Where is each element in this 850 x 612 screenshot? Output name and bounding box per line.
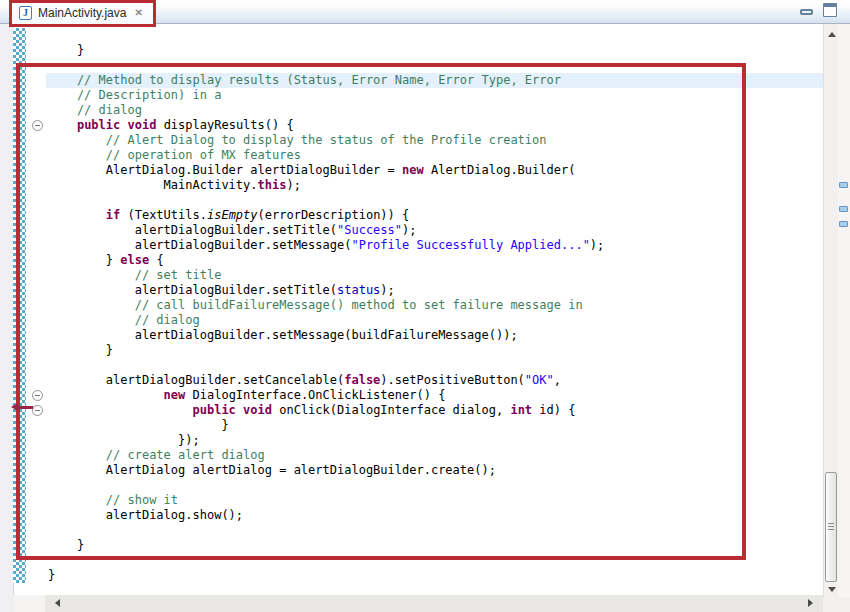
scrollbar-corner xyxy=(823,597,850,612)
code-line: } xyxy=(46,568,823,583)
horizontal-scrollbar[interactable] xyxy=(45,595,823,612)
code-line xyxy=(46,28,823,43)
vertical-scrollbar-thumb[interactable] xyxy=(825,472,837,582)
occurrence-marker[interactable] xyxy=(839,221,848,227)
maximize-view-icon[interactable] xyxy=(823,3,837,17)
scroll-up-icon[interactable] xyxy=(828,32,836,37)
scroll-left-icon[interactable] xyxy=(55,599,60,607)
annotation-tick-marker xyxy=(11,403,33,412)
occurrence-marker[interactable] xyxy=(839,206,848,212)
minimize-view-icon[interactable] xyxy=(800,9,813,15)
scrollbar-grip-icon xyxy=(828,523,834,530)
overview-ruler[interactable] xyxy=(838,24,850,597)
scroll-right-icon[interactable] xyxy=(808,599,813,607)
annotation-rect-tab xyxy=(9,0,156,27)
eclipse-editor-window: J MainActivity.java ✕ } // Method to dis… xyxy=(0,0,850,612)
annotation-rect-code-block xyxy=(16,63,746,560)
scroll-down-icon[interactable] xyxy=(828,587,836,592)
code-line: } xyxy=(46,43,823,58)
occurrence-marker[interactable] xyxy=(839,182,848,188)
vertical-scrollbar[interactable] xyxy=(823,24,838,597)
ruler-bottom-pad xyxy=(13,595,45,612)
